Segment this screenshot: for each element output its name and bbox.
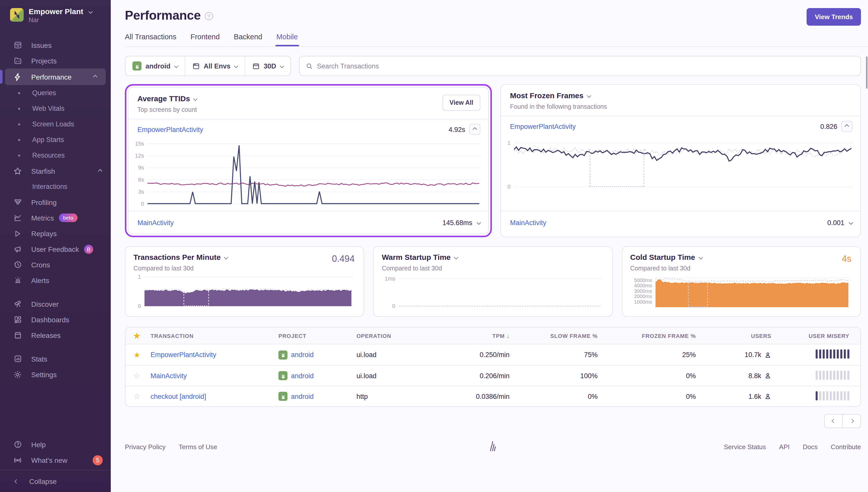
transaction-link[interactable]: MainActivity <box>510 219 546 226</box>
column-header-operation[interactable]: OPERATION <box>354 333 437 339</box>
sidebar-item-app-starts[interactable]: App Starts <box>0 132 111 148</box>
sidebar-item-help[interactable]: Help <box>0 437 111 452</box>
dashboards-icon <box>13 315 22 324</box>
sidebar-item-settings[interactable]: Settings <box>0 367 111 382</box>
footer-link-terms-of-use[interactable]: Terms of Use <box>179 443 217 451</box>
environment-filter[interactable]: All Envs <box>184 56 245 76</box>
sidebar: Empower Plant Nar IssuesProjectsPerforma… <box>0 0 111 492</box>
expand-accordion-button[interactable] <box>849 221 852 224</box>
sidebar-item-web-vitals[interactable]: Web Vitals <box>0 101 111 116</box>
chevron-left-icon <box>832 419 836 423</box>
scrollbar-thumb[interactable] <box>866 56 868 89</box>
sort-desc-arrow: ↓ <box>507 333 510 339</box>
table-row: ☆checkout [android]androidhttp0.0386/min… <box>125 386 861 407</box>
sidebar-item-issues[interactable]: Issues <box>0 37 111 53</box>
frozen-accordion-row-collapsed: MainActivity 0.001 <box>501 212 861 233</box>
sidebar-item-label: App Starts <box>32 136 64 144</box>
sidebar-item-projects[interactable]: Projects <box>0 53 111 69</box>
average-ttids-card: Average TTIDs Top screens by count View … <box>128 87 489 234</box>
project-link[interactable]: android <box>291 351 314 359</box>
average-ttids-title[interactable]: Average TTIDs <box>137 94 197 103</box>
collapse-accordion-button[interactable] <box>841 121 852 132</box>
column-header-user-misery[interactable]: USER MISERY <box>783 333 861 339</box>
sidebar-item-starfish[interactable]: Starfish <box>0 163 111 179</box>
sidebar-item-dashboards[interactable]: Dashboards <box>0 312 111 327</box>
sidebar-item-interactions[interactable]: Interactions <box>0 179 111 194</box>
footer-link-docs[interactable]: Docs <box>803 443 818 451</box>
sidebar-item-performance[interactable]: Performance <box>5 69 106 85</box>
sidebar-item-profiling[interactable]: Profiling <box>0 194 111 210</box>
frozen-accordion-row-expanded: EmpowerPlantActivity 0.826 <box>501 116 861 137</box>
project-filter[interactable]: android <box>125 56 184 76</box>
bullet-dot <box>18 123 20 125</box>
sidebar-item-user-feedback[interactable]: User FeedbackB <box>0 241 111 257</box>
footer-link-privacy-policy[interactable]: Privacy Policy <box>125 443 165 451</box>
column-header-slow-frame-[interactable]: SLOW FRAME % <box>520 333 609 339</box>
tab-mobile[interactable]: Mobile <box>276 33 298 46</box>
tab-all-transactions[interactable]: All Transactions <box>125 33 176 46</box>
project-link[interactable]: android <box>291 372 314 379</box>
ttid-card-highlight-ring: Average TTIDs Top screens by count View … <box>125 84 492 237</box>
chevron-down-icon <box>174 64 178 68</box>
star-toggle[interactable]: ☆ <box>125 392 149 401</box>
sidebar-item-crons[interactable]: Crons <box>0 257 111 272</box>
sidebar-item-label: Alerts <box>31 276 49 284</box>
ttid-chart: 15s12s9s6s3s0 <box>128 140 488 211</box>
transaction-link[interactable]: EmpowerPlantActivity <box>151 351 216 359</box>
sidebar-item-releases[interactable]: Releases <box>0 327 111 343</box>
column-header-transaction[interactable]: TRANSACTION <box>149 333 276 339</box>
view-all-button[interactable]: View All <box>442 95 481 111</box>
sidebar-collapse-button[interactable]: Collapse <box>0 470 111 492</box>
transaction-link[interactable]: EmpowerPlantActivity <box>137 126 203 133</box>
most-frozen-frames-subtitle: Found in the following transactions <box>510 103 851 110</box>
org-switcher[interactable]: Empower Plant Nar <box>0 0 111 31</box>
previous-page-button[interactable] <box>824 414 843 428</box>
org-project: Nar <box>29 17 92 24</box>
sidebar-item-queries[interactable]: Queries <box>0 85 111 101</box>
transaction-link[interactable]: checkout [android] <box>151 393 206 400</box>
cold-startup-title[interactable]: Cold Startup Time <box>630 253 702 261</box>
sidebar-item-discover[interactable]: Discover <box>0 296 111 312</box>
sidebar-item-stats[interactable]: Stats <box>0 351 111 367</box>
transaction-link[interactable]: MainActivity <box>151 372 187 379</box>
sidebar-item-replays[interactable]: Replays <box>0 226 111 241</box>
most-frozen-frames-title[interactable]: Most Frozen Frames <box>510 91 591 100</box>
sidebar-item-screen-loads[interactable]: Screen Loads <box>0 116 111 132</box>
column-header-frozen-frame-[interactable]: FROZEN FRAME % <box>609 333 707 339</box>
bullet-dot <box>18 154 20 156</box>
next-page-button[interactable] <box>842 414 861 428</box>
search-input[interactable] <box>317 62 854 70</box>
warm-startup-title[interactable]: Warm Startup Time <box>382 253 458 261</box>
star-toggle[interactable]: ☆ <box>125 371 149 380</box>
sidebar-item-alerts[interactable]: Alerts <box>0 272 111 288</box>
expand-accordion-button[interactable] <box>477 221 480 224</box>
chevron-down-icon <box>587 93 591 98</box>
tpm-title[interactable]: Transactions Per Minute <box>133 253 228 261</box>
sidebar-item-label: Projects <box>31 57 57 65</box>
column-header-project[interactable]: PROJECT <box>276 333 354 339</box>
user-icon <box>764 372 771 379</box>
date-range-filter[interactable]: 30D <box>245 56 290 76</box>
star-icon[interactable]: ★ <box>125 331 149 340</box>
view-trends-button[interactable]: View Trends <box>807 8 861 26</box>
sidebar-item-what-s-new[interactable]: What's new5 <box>0 452 111 468</box>
project-link[interactable]: android <box>291 393 314 400</box>
transaction-link[interactable]: MainActivity <box>137 219 174 226</box>
column-header-users[interactable]: USERS <box>707 333 783 339</box>
help-icon[interactable]: ? <box>205 12 213 20</box>
tab-backend[interactable]: Backend <box>234 33 262 46</box>
transaction-link[interactable]: EmpowerPlantActivity <box>510 123 576 130</box>
sidebar-item-metrics[interactable]: Metricsbeta <box>0 210 111 226</box>
sidebar-item-resources[interactable]: Resources <box>0 148 111 163</box>
footer-link-contribute[interactable]: Contribute <box>831 443 861 451</box>
collapse-accordion-button[interactable] <box>469 124 480 135</box>
ttid-accordion-row-collapsed: MainActivity 145.68ms <box>128 212 488 233</box>
svg-text:2000ms: 2000ms <box>634 294 652 299</box>
star-toggle[interactable]: ★ <box>125 350 149 359</box>
footer-link-service-status[interactable]: Service Status <box>724 443 766 451</box>
tab-frontend[interactable]: Frontend <box>190 33 220 46</box>
footer-link-api[interactable]: API <box>779 443 790 451</box>
column-header-tpm[interactable]: TPM ↓ <box>437 333 520 339</box>
sidebar-item-label: Queries <box>32 89 56 97</box>
sidebar-item-label: What's new <box>31 456 68 464</box>
